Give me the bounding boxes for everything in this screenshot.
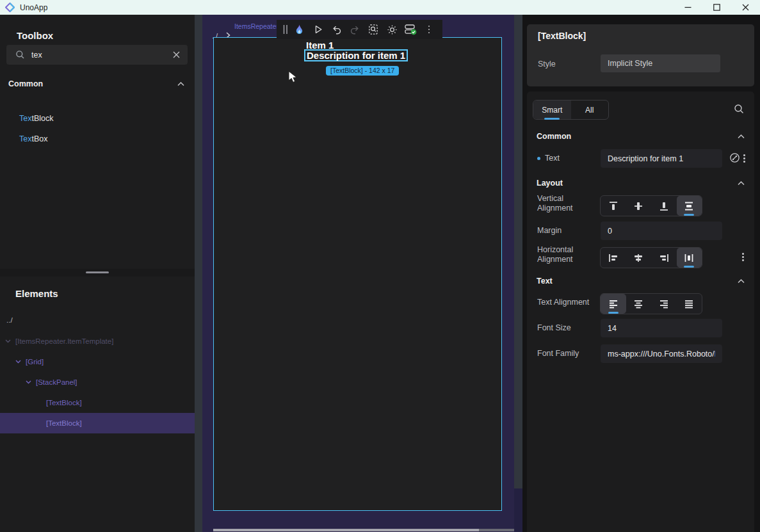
elements-panel: Elements ../ [ItemsRepeater.ItemTemplate… bbox=[0, 277, 195, 532]
toolbox-search[interactable] bbox=[6, 45, 188, 65]
valign-bottom-button[interactable] bbox=[651, 196, 677, 216]
toolbox-search-input[interactable] bbox=[31, 51, 173, 60]
item-template-surface[interactable]: Item 1 Description for item 1 [TextBlock… bbox=[213, 37, 502, 511]
selected-indicator bbox=[684, 266, 694, 268]
text-field[interactable] bbox=[601, 149, 722, 168]
breadcrumb-itemsrepeater[interactable]: ItemsRepeater bbox=[234, 22, 279, 30]
tree-item-itemtemplate[interactable]: [ItemsRepeater.ItemTemplate] bbox=[0, 331, 195, 351]
text-property-label: Text bbox=[537, 154, 560, 163]
align-hcenter-icon bbox=[632, 252, 645, 264]
halign-center-button[interactable] bbox=[626, 248, 652, 268]
valign-stretch-button[interactable] bbox=[677, 196, 702, 216]
selection-size-badge: [TextBlock] - 142 x 17 bbox=[326, 66, 399, 76]
mouse-cursor bbox=[288, 70, 300, 85]
maximize-icon bbox=[713, 4, 720, 11]
chevron-up-icon bbox=[738, 181, 745, 186]
tree-item-textblock-1[interactable]: [TextBlock] bbox=[0, 392, 195, 413]
theme-sun-button[interactable] bbox=[385, 22, 399, 36]
design-canvas: ../ ItemsRepeater ItemTemplate Item 1 De… bbox=[202, 15, 514, 532]
active-tab-indicator bbox=[544, 118, 560, 120]
align-vstretch-icon bbox=[683, 200, 695, 213]
font-family-field[interactable] bbox=[601, 344, 722, 363]
clear-search-icon[interactable] bbox=[173, 51, 180, 58]
textalign-center-button[interactable] bbox=[626, 294, 652, 314]
maximize-button[interactable] bbox=[702, 0, 731, 15]
halign-left-button[interactable] bbox=[601, 248, 626, 268]
section-layout[interactable]: Layout bbox=[537, 179, 745, 188]
close-button[interactable] bbox=[731, 0, 760, 15]
selected-textblock[interactable]: Description for item 1 bbox=[304, 49, 408, 61]
chevron-up-icon bbox=[738, 134, 745, 139]
search-icon bbox=[15, 50, 25, 60]
chevron-down-icon[interactable] bbox=[26, 380, 31, 384]
halign-right-button[interactable] bbox=[651, 248, 677, 268]
minimize-icon bbox=[684, 4, 691, 11]
style-field[interactable] bbox=[601, 54, 720, 72]
align-right-icon bbox=[658, 252, 670, 264]
tree-item-stackpanel[interactable]: [StackPanel] bbox=[0, 372, 195, 392]
inspect-element-button[interactable] bbox=[366, 22, 380, 36]
canvas-horizontal-scrollbar[interactable] bbox=[213, 529, 514, 531]
tab-label: All bbox=[585, 106, 594, 115]
panel-splitter[interactable] bbox=[0, 269, 195, 277]
chevron-up-icon bbox=[177, 82, 184, 86]
chevron-down-icon[interactable] bbox=[5, 339, 11, 343]
tree-item-textblock-2-selected[interactable]: [TextBlock] bbox=[0, 413, 195, 433]
font-family-label: Font Family bbox=[537, 349, 579, 358]
redo-button[interactable] bbox=[348, 22, 362, 36]
text-align-center-icon bbox=[632, 298, 645, 310]
chevron-down-icon[interactable] bbox=[15, 360, 21, 364]
more-options-button[interactable] bbox=[422, 22, 436, 36]
halign-stretch-button[interactable] bbox=[677, 248, 702, 268]
textalign-right-button[interactable] bbox=[651, 294, 677, 314]
margin-field[interactable] bbox=[601, 222, 722, 240]
textalign-left-button[interactable] bbox=[601, 294, 626, 314]
tree-item-label: [StackPanel] bbox=[36, 378, 77, 386]
text-more-options[interactable] bbox=[743, 154, 745, 163]
tab-smart[interactable]: Smart bbox=[533, 101, 571, 119]
toolbox-title: Toolbox bbox=[17, 30, 53, 41]
play-button[interactable] bbox=[311, 22, 325, 36]
text-align-left-icon bbox=[607, 298, 620, 310]
section-text[interactable]: Text bbox=[537, 277, 745, 286]
horizontal-alignment-label: Horizontal Alignment bbox=[537, 245, 588, 264]
toolbar-drag-handle[interactable] bbox=[283, 24, 288, 35]
toolbox-item-textblock[interactable]: TextBlock bbox=[19, 112, 54, 125]
canvas-vertical-scrollbar[interactable] bbox=[514, 15, 522, 532]
tree-item-grid[interactable]: [Grid] bbox=[0, 351, 195, 372]
titlebar: UnoApp bbox=[0, 0, 760, 15]
scrollbar-thumb[interactable] bbox=[213, 529, 479, 531]
tab-all[interactable]: All bbox=[571, 101, 609, 119]
elements-root-path[interactable]: ../ bbox=[6, 316, 13, 324]
binding-icon[interactable] bbox=[729, 152, 740, 163]
valign-center-button[interactable] bbox=[626, 196, 652, 216]
selected-indicator bbox=[684, 214, 694, 216]
vertical-alignment-label: Vertical Alignment bbox=[537, 194, 588, 213]
align-bottom-icon bbox=[658, 200, 670, 213]
prop-label: Text bbox=[545, 154, 560, 163]
left-panel-scrollbar[interactable] bbox=[195, 15, 202, 532]
alignment-more-options[interactable] bbox=[742, 253, 744, 261]
align-top-icon bbox=[607, 200, 620, 213]
undo-button[interactable] bbox=[330, 22, 344, 36]
valign-top-button[interactable] bbox=[601, 196, 626, 216]
data-connected-button[interactable] bbox=[403, 22, 417, 36]
section-common[interactable]: Common bbox=[537, 132, 745, 141]
toolbox-panel: Toolbox Common TextBlock TextBox bbox=[0, 15, 195, 269]
minimize-button[interactable] bbox=[674, 0, 702, 15]
toolbox-section-common[interactable]: Common bbox=[0, 76, 195, 92]
section-label: Common bbox=[8, 79, 43, 88]
tree-item-label: [TextBlock] bbox=[46, 399, 82, 407]
splitter-grip[interactable] bbox=[86, 271, 109, 273]
scrollbar-thumb[interactable] bbox=[514, 15, 522, 488]
properties-tabs: Smart All bbox=[533, 100, 609, 120]
hot-design-flame-icon[interactable] bbox=[293, 22, 307, 36]
font-size-field[interactable] bbox=[601, 319, 722, 337]
properties-search-icon[interactable] bbox=[734, 104, 745, 115]
tab-label: Smart bbox=[542, 106, 562, 115]
text-align-right-icon bbox=[658, 298, 670, 310]
margin-label: Margin bbox=[537, 226, 562, 235]
toolbox-item-textbox[interactable]: TextBox bbox=[19, 133, 47, 145]
textalign-justify-button[interactable] bbox=[677, 294, 702, 314]
left-panel: Toolbox Common TextBlock TextBox bbox=[0, 15, 195, 532]
